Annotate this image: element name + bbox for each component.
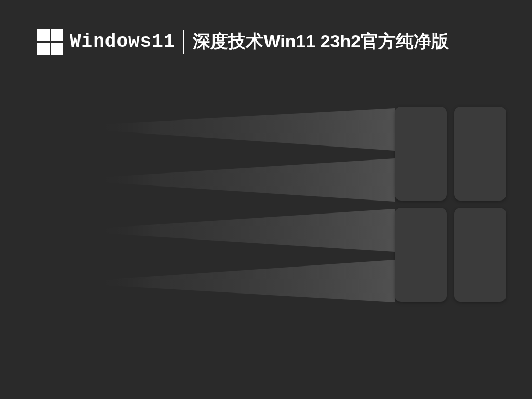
windows-logo-large [395,107,506,302]
divider [183,30,184,54]
svg-marker-3 [94,260,395,302]
svg-marker-2 [94,209,395,252]
header: Windows11 深度技术Win11 23h2官方纯净版 [37,29,449,55]
brand-label: Windows11 [70,31,175,52]
svg-marker-1 [94,158,395,202]
logo-tile [454,107,506,201]
logo-tile [395,208,447,302]
logo-tile [395,107,447,201]
title-label: 深度技术Win11 23h2官方纯净版 [193,30,449,54]
svg-marker-0 [94,108,395,151]
logo-tile [454,208,506,302]
windows-logo-icon [37,29,63,55]
